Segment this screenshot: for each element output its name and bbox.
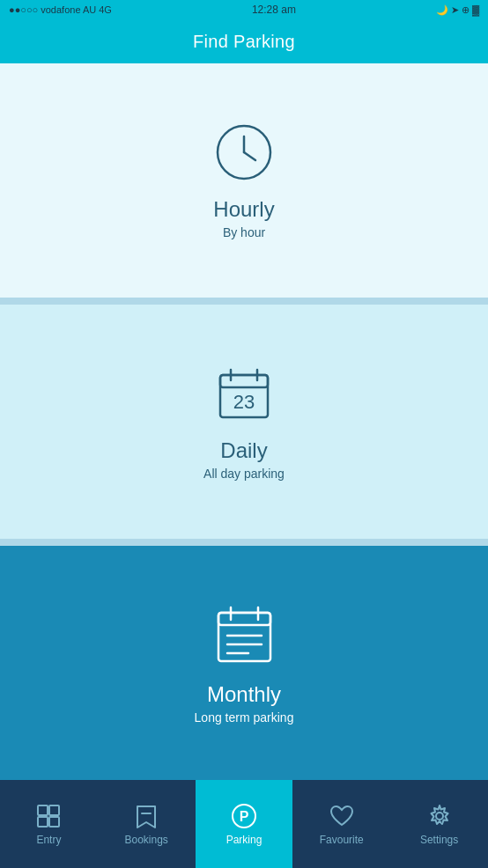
hourly-subtitle: By hour [223,225,265,239]
nav-item-favourite[interactable]: Favourite [292,780,390,868]
daily-subtitle: All day parking [203,467,285,481]
svg-rect-18 [49,817,59,827]
status-bar: ●●○○○ vodafone AU 4G 12:28 am 🌙 ➤ ⊕ ▓ [0,0,488,19]
divider-1 [0,298,488,305]
svg-rect-15 [38,805,48,815]
svg-text:23: 23 [233,391,255,413]
nav-item-settings[interactable]: Settings [390,780,488,868]
daily-option[interactable]: 23 Daily All day parking [0,305,488,539]
entry-icon [35,803,62,829]
status-icons: 🌙 ➤ ⊕ ▓ [436,4,479,16]
clock-icon [213,121,275,187]
settings-icon [426,803,453,829]
svg-text:P: P [240,809,249,824]
app-header: Find Parking [0,19,488,63]
entry-label: Entry [36,834,61,846]
bookings-label: Bookings [125,834,168,846]
monthly-title: Monthly [207,682,281,707]
svg-line-2 [244,152,255,160]
svg-rect-16 [49,805,59,815]
status-time: 12:28 am [252,4,296,16]
daily-title: Daily [220,438,267,463]
settings-label: Settings [420,834,458,846]
nav-item-entry[interactable]: Entry [0,780,98,868]
svg-rect-9 [218,613,270,625]
bookings-icon [133,803,159,829]
monthly-icon [211,602,277,672]
status-carrier: ●●○○○ vodafone AU 4G [9,4,112,15]
svg-point-22 [436,813,443,820]
bottom-navigation: Entry Bookings P Parking Favourite Setti… [0,780,488,868]
hourly-title: Hourly [213,197,274,222]
monthly-subtitle: Long term parking [195,710,294,725]
page-title: Find Parking [193,32,295,52]
divider-2 [0,539,488,546]
main-content: Hourly By hour 23 Daily All day parking [0,63,488,780]
svg-rect-17 [38,817,48,827]
parking-icon: P [231,803,257,829]
calendar-icon: 23 [213,363,275,428]
parking-label: Parking [226,834,262,846]
nav-item-parking[interactable]: P Parking [196,780,293,868]
nav-item-bookings[interactable]: Bookings [98,780,196,868]
svg-rect-4 [220,375,268,387]
favourite-label: Favourite [320,834,364,846]
hourly-option[interactable]: Hourly By hour [0,63,488,298]
favourite-icon [329,803,355,829]
monthly-option[interactable]: Monthly Long term parking [0,546,488,780]
